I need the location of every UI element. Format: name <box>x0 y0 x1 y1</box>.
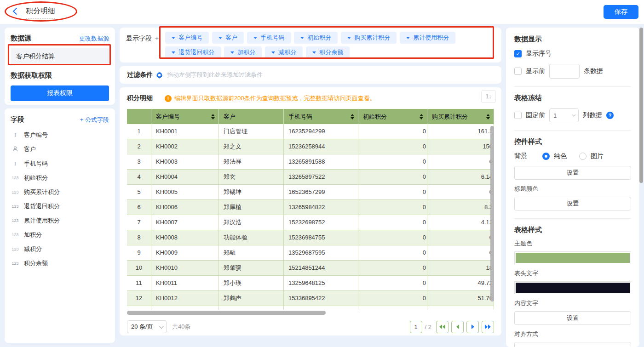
table-cell: 郑融 <box>219 245 284 261</box>
chevron-down-icon <box>312 51 316 54</box>
table-row[interactable]: 8KH0008功能体验1523698475500 <box>127 230 494 245</box>
data-table: 客户编号客户手机号码初始积分购买累计积分 1KH0001门店管理16235294… <box>127 109 494 310</box>
display-field-chip[interactable]: 客户编号 <box>165 32 209 44</box>
sort-icon[interactable] <box>420 114 423 119</box>
solid-color-radio[interactable] <box>542 153 550 160</box>
field-item[interactable]: 123加积分 <box>11 228 109 242</box>
rows-unit-label: 条数据 <box>584 67 603 75</box>
sort-icon[interactable] <box>351 114 354 119</box>
last-page-button[interactable] <box>482 321 494 333</box>
datasource-item[interactable]: 客户积分结算 <box>11 48 109 64</box>
table-row[interactable]: 3KH0003郑法祥1326589158800 <box>127 154 494 170</box>
show-first-label: 显示前 <box>526 67 545 75</box>
divider <box>514 218 631 219</box>
page-size-select[interactable]: 20 条/页 <box>127 320 167 333</box>
display-field-chip[interactable]: 退货退回积分 <box>165 46 221 58</box>
fix-columns-checkbox[interactable] <box>514 112 522 119</box>
field-item[interactable]: 123初始积分 <box>11 171 109 185</box>
first-page-button[interactable] <box>436 321 448 333</box>
align-set-button[interactable] <box>514 342 631 347</box>
table-cell: KH0006 <box>151 200 219 215</box>
table-cell: 13265897522 <box>284 170 358 185</box>
display-field-chip[interactable]: 购买累计积分 <box>341 32 397 44</box>
top-bar: 积分明细 保存 <box>0 0 644 24</box>
column-header[interactable]: 手机号码 <box>284 109 358 124</box>
display-field-chip[interactable]: 客户 <box>212 32 244 44</box>
next-page-button[interactable] <box>466 321 479 333</box>
widget-style-heading: 控件样式 <box>514 137 631 146</box>
field-item[interactable]: 客户 <box>11 142 109 156</box>
table-row[interactable]: 11KH0011郑小瑛13259648125049.72 <box>127 276 494 291</box>
header-text-swatch[interactable] <box>514 281 631 294</box>
table-cell: KH0001 <box>151 124 219 139</box>
table-row[interactable]: 9KH0009郑融1352968759500 <box>127 245 494 261</box>
divider <box>514 86 631 87</box>
chevron-down-icon <box>159 324 164 329</box>
number-field-icon: 123 <box>11 261 20 266</box>
display-field-chip[interactable]: 初始积分 <box>294 32 338 44</box>
display-field-chip[interactable]: 积分余额 <box>306 46 350 58</box>
table-row[interactable]: 2KH0002郑之文152362589440150 <box>127 139 494 154</box>
sort-icon[interactable] <box>211 114 215 119</box>
table-row[interactable]: 12KH0012郑鹤声15336895422051.76 <box>127 291 494 306</box>
table-row[interactable]: 10KH0010郑肇骥15214851244018 <box>127 261 494 276</box>
show-first-checkbox[interactable] <box>514 68 522 75</box>
field-item[interactable]: 123累计使用积分 <box>11 213 109 228</box>
table-vertical-scrollbar[interactable] <box>490 126 494 301</box>
prev-page-button[interactable] <box>451 321 464 333</box>
display-field-chip[interactable]: 减积分 <box>265 46 303 58</box>
sort-icon[interactable] <box>486 114 490 119</box>
table-row[interactable]: 7KH0007郑汉浩1523269875204.12 <box>127 215 494 230</box>
field-label: 退货退回积分 <box>24 202 60 210</box>
field-item[interactable]: 123减积分 <box>11 242 109 256</box>
title-color-set-button[interactable]: 设置 <box>514 197 631 210</box>
total-count: 共40条 <box>172 323 190 331</box>
table-row[interactable]: 4KH0004郑玄1326589752206.14 <box>127 170 494 185</box>
image-radio[interactable] <box>579 153 586 160</box>
table-horizontal-scrollbar[interactable] <box>127 311 326 315</box>
add-display-field-button[interactable]: + <box>155 34 159 42</box>
column-header[interactable]: 购买累计积分 <box>427 109 494 124</box>
table-cell: 郑之文 <box>219 139 284 154</box>
table-cell: 郑法祥 <box>219 154 284 170</box>
filter-panel[interactable]: 过滤条件 拖动左侧字段到此处来添加过滤条件 <box>120 66 501 84</box>
change-datasource-link[interactable]: 更改数据源 <box>79 34 109 43</box>
display-field-chip[interactable]: 累计使用积分 <box>400 32 455 44</box>
show-seq-checkbox[interactable]: ✓ <box>514 50 522 57</box>
field-item[interactable]: I客户编号 <box>11 128 109 142</box>
show-first-count-input[interactable] <box>549 64 580 79</box>
display-field-chip[interactable]: 加积分 <box>224 46 262 58</box>
table-cell: 13529687595 <box>284 245 358 261</box>
table-row[interactable]: 1KH0001门店管理162352942990161.2 <box>127 124 494 139</box>
table-cell: KH0003 <box>151 154 219 170</box>
page-number-input[interactable]: 1 <box>410 321 422 333</box>
table-row[interactable]: 5KH0005郑锡坤1652365729900 <box>127 185 494 200</box>
report-permission-button[interactable]: 报表权限 <box>11 85 109 101</box>
table-sort-order-button[interactable]: 1↓ <box>481 90 496 103</box>
table-row[interactable]: 6KH0006郑厚植1326598482208.3 <box>127 200 494 215</box>
add-formula-field-link[interactable]: + 公式字段 <box>80 116 109 124</box>
fix-count-select[interactable]: 1 <box>549 108 579 122</box>
field-item[interactable]: 123积分余额 <box>11 256 109 270</box>
table-cell: KH0005 <box>151 185 219 200</box>
gear-icon[interactable] <box>156 72 163 79</box>
table-cell: 4.12 <box>427 215 494 230</box>
back-icon[interactable] <box>13 8 20 15</box>
column-header[interactable]: 客户编号 <box>151 109 219 124</box>
table-cell: 13259648125 <box>284 276 358 291</box>
content-text-set-button[interactable]: 设置 <box>514 311 631 325</box>
filter-placeholder: 拖动左侧字段到此处来添加过滤条件 <box>167 71 263 79</box>
chevron-down-icon <box>218 37 222 39</box>
help-icon[interactable]: ? <box>606 112 614 119</box>
table-horizontal-scrollbar-track <box>127 311 494 315</box>
field-item[interactable]: 123退货退回积分 <box>11 199 109 213</box>
window-scrollbar[interactable] <box>639 28 643 183</box>
background-set-button[interactable]: 设置 <box>514 166 631 180</box>
field-item[interactable]: I手机号码 <box>11 156 109 171</box>
page-count: / 2 <box>425 324 431 330</box>
save-button[interactable]: 保存 <box>604 5 638 19</box>
theme-color-swatch[interactable] <box>514 251 631 264</box>
field-item[interactable]: 123购买累计积分 <box>11 185 109 199</box>
column-header[interactable]: 初始积分 <box>358 109 427 124</box>
display-field-chip[interactable]: 手机号码 <box>247 32 291 44</box>
